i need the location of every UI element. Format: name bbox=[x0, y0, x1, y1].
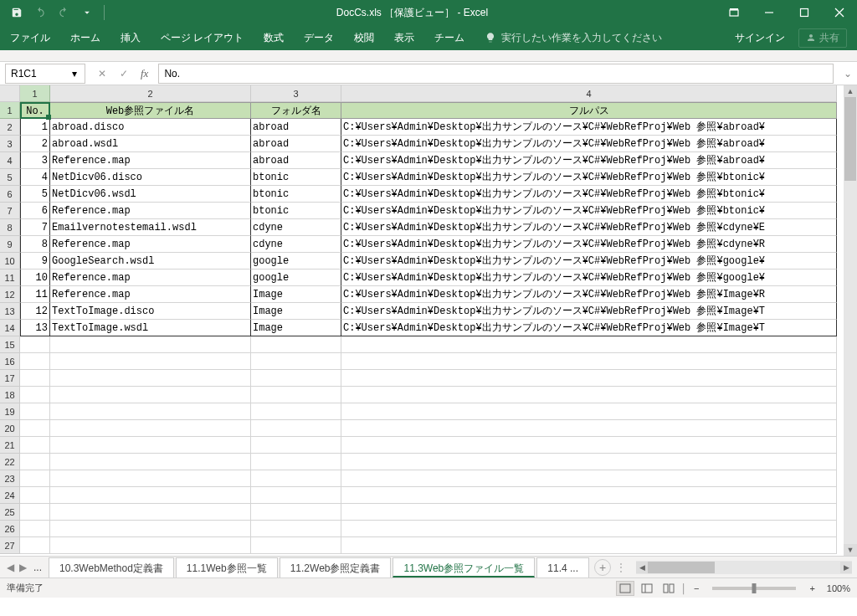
cell[interactable] bbox=[341, 336, 837, 353]
row-header[interactable]: 22 bbox=[0, 454, 20, 470]
cell[interactable]: C:¥Users¥Admin¥Desktop¥出力サンプルのソース¥C#¥Web… bbox=[341, 219, 837, 236]
cell[interactable]: C:¥Users¥Admin¥Desktop¥出力サンプルのソース¥C#¥Web… bbox=[341, 303, 837, 320]
cell[interactable]: C:¥Users¥Admin¥Desktop¥出力サンプルのソース¥C#¥Web… bbox=[341, 286, 837, 303]
ribbon-display-options[interactable] bbox=[716, 0, 752, 25]
cell[interactable]: GoogleSearch.wsdl bbox=[50, 253, 251, 270]
cell[interactable]: TextToImage.disco bbox=[50, 303, 251, 320]
cell[interactable]: abroad bbox=[251, 136, 341, 152]
cell[interactable] bbox=[341, 521, 837, 537]
cell[interactable]: 7 bbox=[20, 219, 50, 236]
cell[interactable]: TextToImage.wsdl bbox=[50, 320, 251, 336]
cell[interactable] bbox=[251, 353, 341, 370]
col-header[interactable]: 4 bbox=[341, 85, 837, 102]
cell[interactable]: 3 bbox=[20, 152, 50, 169]
cell[interactable] bbox=[20, 487, 50, 504]
cell[interactable]: Emailvernotestemail.wsdl bbox=[50, 219, 251, 236]
cell[interactable]: abroad.wsdl bbox=[50, 136, 251, 152]
header-cell-folder[interactable]: フォルダ名 bbox=[251, 102, 341, 119]
cell[interactable] bbox=[341, 487, 837, 504]
cell[interactable] bbox=[20, 454, 50, 470]
sheet-nav-next[interactable]: ▶ bbox=[19, 562, 27, 573]
cell[interactable] bbox=[50, 537, 251, 554]
row-header[interactable]: 20 bbox=[0, 420, 20, 437]
cell[interactable]: C:¥Users¥Admin¥Desktop¥出力サンプルのソース¥C#¥Web… bbox=[341, 203, 837, 219]
cell[interactable] bbox=[251, 387, 341, 403]
tab-view[interactable]: 表示 bbox=[384, 25, 424, 50]
cell[interactable] bbox=[50, 336, 251, 353]
row-header[interactable]: 17 bbox=[0, 370, 20, 387]
share-button[interactable]: 共有 bbox=[798, 28, 847, 48]
row-header[interactable]: 23 bbox=[0, 470, 20, 487]
sheet-tab[interactable]: 10.3WebMethod定義書 bbox=[49, 557, 174, 578]
zoom-in-button[interactable]: + bbox=[806, 583, 818, 593]
cell[interactable] bbox=[50, 420, 251, 437]
cell[interactable] bbox=[251, 470, 341, 487]
view-page-layout-button[interactable] bbox=[638, 581, 656, 596]
cell[interactable]: google bbox=[251, 253, 341, 270]
main-grid[interactable]: 1 2 3 4 No. Web参照ファイル名 フォルダ名 フルパス 1abroa… bbox=[20, 85, 857, 556]
cell[interactable]: 9 bbox=[20, 253, 50, 270]
cell[interactable] bbox=[251, 403, 341, 420]
row-header[interactable]: 21 bbox=[0, 437, 20, 454]
cell[interactable] bbox=[251, 454, 341, 470]
cell[interactable] bbox=[50, 370, 251, 387]
tab-file[interactable]: ファイル bbox=[0, 25, 60, 50]
cell[interactable] bbox=[251, 336, 341, 353]
cell[interactable]: Image bbox=[251, 286, 341, 303]
sheet-tab[interactable]: 11.4 ... bbox=[536, 557, 589, 578]
sheet-tab-active[interactable]: 11.3Web参照ファイル一覧 bbox=[393, 557, 535, 578]
row-header[interactable]: 15 bbox=[0, 336, 20, 353]
cell[interactable]: 4 bbox=[20, 169, 50, 186]
cell[interactable] bbox=[341, 370, 837, 387]
cell[interactable] bbox=[20, 353, 50, 370]
save-button[interactable] bbox=[7, 3, 27, 23]
cell[interactable]: C:¥Users¥Admin¥Desktop¥出力サンプルのソース¥C#¥Web… bbox=[341, 186, 837, 203]
expand-formula-bar[interactable]: ⌄ bbox=[839, 68, 857, 80]
cell[interactable]: Image bbox=[251, 320, 341, 336]
minimize-button[interactable] bbox=[752, 0, 787, 25]
redo-button[interactable] bbox=[54, 3, 74, 23]
row-header[interactable]: 6 bbox=[0, 186, 20, 203]
zoom-level[interactable]: 100% bbox=[827, 583, 850, 593]
scroll-right-arrow[interactable]: ▶ bbox=[840, 562, 852, 573]
zoom-thumb[interactable] bbox=[752, 583, 757, 593]
cell[interactable] bbox=[50, 353, 251, 370]
cell[interactable] bbox=[50, 437, 251, 454]
tab-page-layout[interactable]: ページ レイアウト bbox=[151, 25, 254, 50]
row-header[interactable]: 27 bbox=[0, 537, 20, 554]
row-header[interactable]: 11 bbox=[0, 270, 20, 286]
cell[interactable] bbox=[50, 487, 251, 504]
cell[interactable]: abroad bbox=[251, 152, 341, 169]
row-header[interactable]: 4 bbox=[0, 152, 20, 169]
row-header[interactable]: 5 bbox=[0, 169, 20, 186]
cell[interactable]: C:¥Users¥Admin¥Desktop¥出力サンプルのソース¥C#¥Web… bbox=[341, 169, 837, 186]
cell[interactable]: 11 bbox=[20, 286, 50, 303]
cell[interactable] bbox=[341, 353, 837, 370]
header-cell-file[interactable]: Web参照ファイル名 bbox=[50, 102, 251, 119]
sheet-nav-prev[interactable]: ◀ bbox=[7, 562, 14, 573]
cell[interactable]: C:¥Users¥Admin¥Desktop¥出力サンプルのソース¥C#¥Web… bbox=[341, 320, 837, 336]
cell[interactable]: 2 bbox=[20, 136, 50, 152]
cell[interactable] bbox=[20, 370, 50, 387]
fx-icon[interactable]: fx bbox=[141, 67, 148, 80]
cell[interactable] bbox=[251, 437, 341, 454]
cell[interactable] bbox=[20, 537, 50, 554]
row-header[interactable]: 16 bbox=[0, 353, 20, 370]
row-header[interactable]: 26 bbox=[0, 521, 20, 537]
cell[interactable]: cdyne bbox=[251, 236, 341, 253]
cell[interactable] bbox=[20, 403, 50, 420]
row-header[interactable]: 8 bbox=[0, 219, 20, 236]
cell[interactable] bbox=[251, 521, 341, 537]
horizontal-scrollbar[interactable]: ◀ ▶ bbox=[636, 561, 852, 574]
select-all-corner[interactable] bbox=[0, 85, 20, 102]
cell[interactable] bbox=[20, 504, 50, 521]
scroll-down-arrow[interactable]: ▼ bbox=[844, 544, 857, 556]
tab-review[interactable]: 校閲 bbox=[344, 25, 384, 50]
row-header[interactable]: 7 bbox=[0, 203, 20, 219]
name-box[interactable] bbox=[5, 64, 85, 84]
row-header[interactable]: 14 bbox=[0, 320, 20, 336]
col-header[interactable]: 3 bbox=[251, 85, 341, 102]
cell[interactable]: Image bbox=[251, 303, 341, 320]
cell[interactable]: Reference.map bbox=[50, 286, 251, 303]
row-header[interactable]: 24 bbox=[0, 487, 20, 504]
